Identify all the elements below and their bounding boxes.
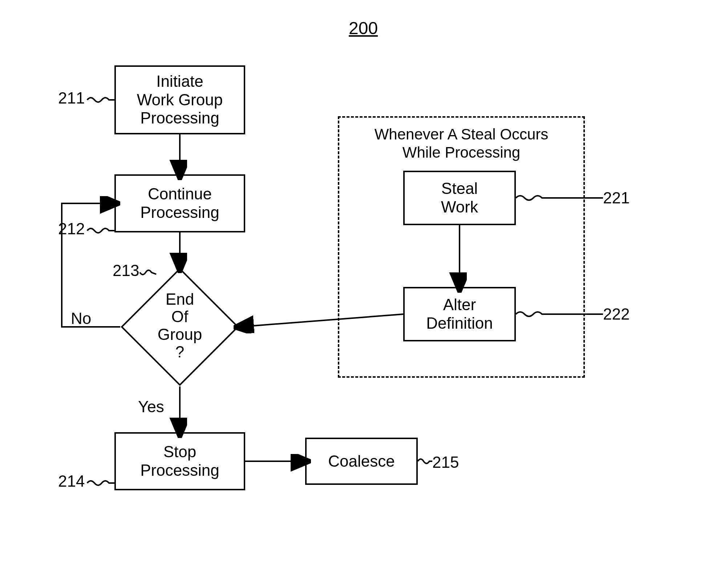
steal-group-title: Whenever A Steal OccursWhile Processing — [354, 125, 569, 162]
node-stop: StopProcessing — [114, 432, 245, 490]
ref-214: 214 — [58, 472, 85, 490]
node-coalesce: Coalesce — [305, 438, 418, 485]
node-end-of-group-text: EndOfGroup? — [143, 291, 216, 361]
node-initiate-text: InitiateWork GroupProcessing — [137, 72, 223, 127]
figure-number: 200 — [349, 18, 378, 38]
node-alter-text: AlterDefinition — [426, 296, 493, 332]
node-alter: AlterDefinition — [403, 287, 516, 341]
ref-212: 212 — [58, 220, 85, 238]
flowchart-200: 200 InitiateWork GroupProcessing 211 Con… — [0, 0, 720, 588]
node-initiate: InitiateWork GroupProcessing — [114, 65, 245, 134]
node-coalesce-text: Coalesce — [328, 452, 395, 471]
node-steal: StealWork — [403, 171, 516, 225]
edge-yes-label: Yes — [138, 398, 164, 416]
ref-222: 222 — [603, 305, 630, 323]
node-continue-text: ContinueProcessing — [140, 185, 219, 222]
ref-215: 215 — [432, 453, 459, 471]
ref-211: 211 — [58, 89, 85, 107]
edge-no-label: No — [71, 309, 91, 328]
node-continue: ContinueProcessing — [114, 174, 245, 232]
ref-221: 221 — [603, 189, 630, 207]
node-stop-text: StopProcessing — [140, 443, 219, 479]
node-steal-text: StealWork — [441, 179, 478, 216]
ref-213: 213 — [113, 261, 139, 280]
